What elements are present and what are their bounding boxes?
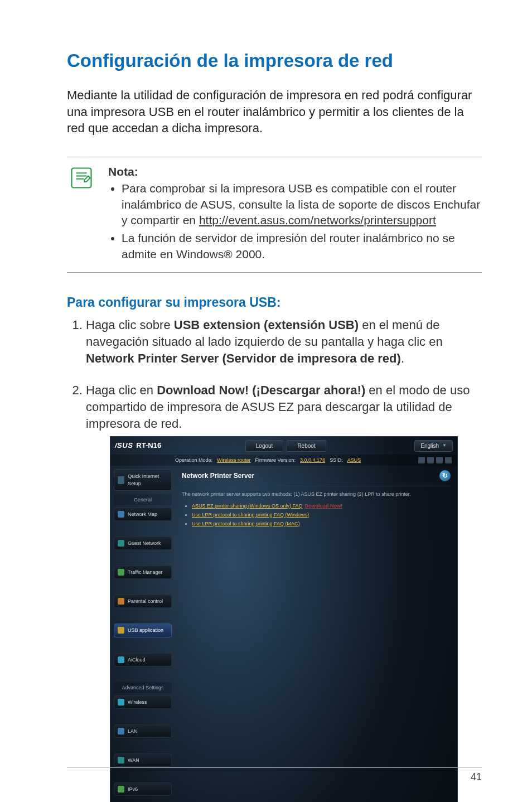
sidebar-section-advanced: Advanced Settings <box>114 682 172 693</box>
chevron-down-icon: ▼ <box>442 443 447 449</box>
panel-title: Network Printer Server <box>182 471 254 480</box>
sidebar-label: Traffic Manager <box>128 569 163 576</box>
fw-label: Firmware Version: <box>255 457 296 463</box>
op-mode-value[interactable]: Wireless router <box>217 457 251 463</box>
op-mode-label: Operation Mode: <box>175 457 212 463</box>
panel-description: The network printer server supports two … <box>182 491 451 497</box>
step-1-post: . <box>401 351 404 365</box>
note-icon <box>67 164 96 264</box>
status-icon-2 <box>427 457 434 463</box>
qis-label: Quick Internet Setup <box>128 473 168 486</box>
link-row-1: ASUS EZ printer sharing (Windows OS only… <box>192 503 451 509</box>
ssid-value[interactable]: ASUS <box>347 457 361 463</box>
sidebar-qis[interactable]: Quick Internet Setup <box>114 469 172 490</box>
ssid-label: SSID: <box>330 457 343 463</box>
lpr-mac-faq-link[interactable]: Use LPR protocol to sharing printing FAQ… <box>192 521 300 526</box>
lock-icon <box>118 598 124 605</box>
note-bullet-1-link: http://event.asus.com/networks/printersu… <box>199 214 436 226</box>
fw-value[interactable]: 3.0.0.4.178 <box>300 457 325 463</box>
note-bullet-1: Para comprobar si la impresora USB es co… <box>122 181 482 228</box>
sidebar-label: Parental control <box>128 598 163 605</box>
link-row-3: Use LPR protocol to sharing printing FAQ… <box>192 520 451 527</box>
sidebar-item-ipv6[interactable]: IPv6 <box>114 782 172 796</box>
section-subheading: Para configurar su impresora USB: <box>67 295 482 310</box>
note-block: Nota: Para comprobar si la impresora USB… <box>67 157 482 273</box>
chart-icon <box>118 569 124 576</box>
logout-button[interactable]: Logout <box>245 440 284 452</box>
globe-icon <box>118 757 124 764</box>
sidebar-item-wireless[interactable]: Wireless <box>114 695 172 709</box>
users-icon <box>118 540 124 547</box>
note-heading: Nota: <box>108 164 482 180</box>
brand-logo: /SUS <box>115 441 133 451</box>
page-title: Configuración de la impresora de red <box>67 50 482 71</box>
sidebar-label: Guest Network <box>128 540 161 547</box>
page-number: 41 <box>471 771 482 782</box>
cloud-icon <box>118 656 124 663</box>
sidebar-item-guest-network[interactable]: Guest Network <box>114 537 172 550</box>
home-icon <box>118 728 124 735</box>
sidebar-label: USB application <box>128 627 163 634</box>
router-main-panel: Network Printer Server↻ The network prin… <box>175 466 457 802</box>
sidebar-item-parental-control[interactable]: Parental control <box>114 595 172 608</box>
download-now-link[interactable]: Download Now! <box>305 503 343 509</box>
router-header: /SUS RT-N16 Logout Reboot English▼ <box>110 437 457 455</box>
sidebar-item-network-map[interactable]: Network Map <box>114 508 172 521</box>
wand-icon <box>118 476 124 484</box>
sidebar-item-traffic-manager[interactable]: Traffic Manager <box>114 566 172 579</box>
step-1-bold1: USB extension (extensión USB) <box>174 318 359 332</box>
sidebar-item-wan[interactable]: WAN <box>114 753 172 767</box>
note-body: Nota: Para comprobar si la impresora USB… <box>96 164 482 264</box>
status-icon-3 <box>436 457 443 463</box>
sidebar-label: Wireless <box>128 699 147 706</box>
step-2-bold1: Download Now! (¡Descargar ahora!) <box>157 383 365 397</box>
sidebar-label: LAN <box>128 728 138 735</box>
status-icon-4 <box>445 457 452 463</box>
ez-printer-faq-link[interactable]: ASUS EZ printer sharing (Windows OS only… <box>192 503 303 509</box>
note-bullet-2: La función de servidor de impresión del … <box>122 230 482 262</box>
step-2: Haga clic en Download Now! (¡Descargar a… <box>86 382 482 802</box>
step-1: Haga clic sobre USB extension (extensión… <box>86 317 482 366</box>
router-ui-screenshot: /SUS RT-N16 Logout Reboot English▼ Opera… <box>110 436 458 802</box>
language-selector[interactable]: English▼ <box>414 440 453 452</box>
step-1-pre: Haga clic sobre <box>86 318 174 332</box>
ipv6-icon <box>118 786 124 793</box>
language-label: English <box>420 442 439 450</box>
sidebar-item-aicloud[interactable]: AiCloud <box>114 653 172 666</box>
sidebar-section-general: General <box>114 494 172 505</box>
sidebar-item-lan[interactable]: LAN <box>114 724 172 738</box>
step-1-bold2: Network Printer Server (Servidor de impr… <box>86 351 401 365</box>
node-icon <box>118 511 124 518</box>
sidebar-item-usb-application[interactable]: USB application <box>114 624 172 637</box>
svg-rect-0 <box>72 168 91 188</box>
status-icon-1 <box>418 457 425 463</box>
link-row-2: Use LPR protocol to sharing printing FAQ… <box>192 511 451 518</box>
sidebar-label: IPv6 <box>128 786 138 793</box>
divider <box>182 486 451 486</box>
lpr-windows-faq-link[interactable]: Use LPR protocol to sharing printing FAQ… <box>192 512 309 518</box>
router-sidebar: Quick Internet Setup General Network Map… <box>110 466 175 802</box>
usb-icon <box>118 627 124 634</box>
wifi-icon <box>118 699 124 706</box>
intro-text: Mediante la utilidad de configuración de… <box>67 87 482 137</box>
reboot-button[interactable]: Reboot <box>287 440 326 452</box>
page-footer: 41 <box>67 767 482 783</box>
sidebar-label: WAN <box>128 757 139 764</box>
sidebar-label: Network Map <box>128 511 157 518</box>
refresh-button[interactable]: ↻ <box>439 470 451 481</box>
router-info-bar: Operation Mode: Wireless router Firmware… <box>110 455 457 466</box>
model-label: RT-N16 <box>136 441 161 451</box>
sidebar-label: AiCloud <box>128 656 146 663</box>
step-2-pre: Haga clic en <box>86 383 157 397</box>
